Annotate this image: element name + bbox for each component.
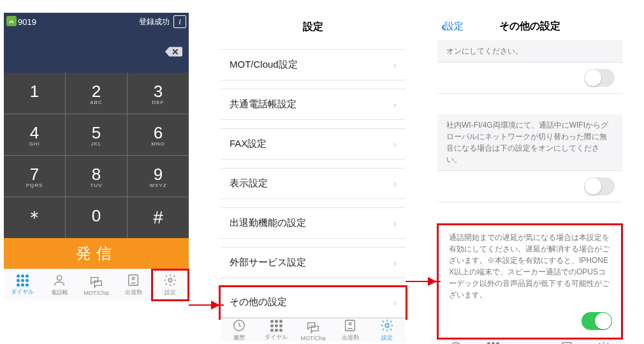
nav-other-settings: ‹設定 その他の設定 — [437, 13, 622, 40]
toggle-row-1 — [437, 62, 622, 94]
settings-list: MOT/Cloud設定› 共通電話帳設定› FAX設定› 表示設定› 出退勤機能… — [221, 49, 406, 318]
tab-dial[interactable]: ダイヤル — [474, 341, 511, 344]
call-button[interactable]: 発信 — [4, 238, 189, 269]
row-external-service[interactable]: 外部サービス設定› — [221, 248, 406, 278]
svg-rect-6 — [346, 320, 355, 331]
chevron-right-icon: › — [393, 138, 397, 149]
screen-settings: 設定 MOT/Cloud設定› 共通電話帳設定› FAX設定› 表示設定› 出退… — [221, 13, 406, 332]
toggle-3[interactable] — [582, 312, 612, 330]
screen-dialer: 9019 登録成功 i 1 2ABC 3DEF 4GHI 5JKL 6MNO 7… — [4, 13, 189, 332]
chat-icon — [306, 320, 320, 334]
svg-point-3 — [132, 277, 135, 280]
toggle-1[interactable] — [584, 69, 615, 87]
row-shared-phonebook[interactable]: 共通電話帳設定› — [221, 89, 406, 120]
dial-icon — [270, 320, 282, 332]
extension-number: 9019 — [18, 17, 36, 27]
row-other-settings[interactable]: その他の設定› — [221, 287, 406, 318]
key-4[interactable]: 4GHI — [4, 114, 65, 155]
tab-chat[interactable]: MOT/Cha — [295, 318, 332, 342]
svg-point-4 — [168, 278, 172, 282]
keypad: 1 2ABC 3DEF 4GHI 5JKL 6MNO 7PQRS 8TUV 9W… — [4, 73, 189, 238]
contacts-icon — [52, 273, 66, 287]
settings-title: 設定 — [221, 13, 406, 49]
attendance-icon — [560, 341, 574, 344]
key-7[interactable]: 7PQRS — [4, 156, 65, 197]
key-star[interactable]: ＊ — [4, 197, 65, 238]
key-6[interactable]: 6MNO — [128, 114, 189, 155]
key-1[interactable]: 1 — [4, 73, 65, 114]
tab-attendance[interactable]: 出退勤 — [332, 318, 369, 342]
dial-icon — [487, 342, 499, 345]
chevron-right-icon: › — [393, 257, 397, 268]
history-icon — [232, 318, 246, 333]
toggle-row-2 — [437, 170, 622, 202]
chevron-right-icon: › — [393, 218, 397, 228]
toggle-row-3 — [440, 306, 620, 336]
back-button[interactable]: ‹設定 — [441, 19, 464, 34]
row-motcloud[interactable]: MOT/Cloud設定› — [221, 50, 406, 80]
tab-history[interactable]: 履歴 — [221, 318, 258, 342]
tab-dial[interactable]: ダイヤル — [4, 269, 41, 301]
svg-rect-2 — [129, 275, 138, 286]
chevron-right-icon: › — [393, 178, 397, 189]
svg-point-7 — [349, 322, 351, 325]
tab-contacts[interactable]: 電話帳 — [41, 269, 78, 301]
attendance-icon — [343, 318, 357, 333]
key-8[interactable]: 8TUV — [66, 156, 127, 197]
dialer-top-area: 9019 登録成功 i — [4, 13, 189, 73]
backspace-button[interactable] — [4, 31, 189, 73]
tab-history[interactable]: 履歴 — [437, 341, 474, 344]
gear-icon — [380, 318, 394, 333]
row-attendance-settings[interactable]: 出退勤機能の設定› — [221, 208, 406, 239]
gear-icon — [597, 341, 611, 344]
flow-arrow-2 — [406, 281, 441, 282]
tabbar-other: 履歴 ダイヤル MOT/Cha 出退勤 設定 — [437, 340, 622, 344]
gear-icon — [163, 273, 177, 287]
tab-chat[interactable]: MOT/Cha — [511, 341, 548, 344]
attendance-icon — [126, 273, 140, 287]
tab-settings[interactable]: 設定 — [369, 318, 406, 342]
section-help-2: 社内WI-FI/4G両環境にて、通話中にWIFIからグローバルにネットワークが切… — [437, 114, 622, 170]
key-2[interactable]: 2ABC — [66, 73, 127, 114]
chat-icon — [89, 274, 103, 288]
other-settings-body: オンにしてください。 社内WI-FI/4G両環境にて、通話中にWIFIからグロー… — [437, 40, 622, 340]
screen-other-settings: ‹設定 その他の設定 オンにしてください。 社内WI-FI/4G両環境にて、通話… — [437, 13, 622, 332]
row-fax[interactable]: FAX設定› — [221, 129, 406, 160]
app-icon — [6, 16, 17, 28]
chat-icon — [523, 342, 537, 345]
svg-point-8 — [385, 324, 389, 327]
tabbar-dialer: ダイヤル 電話帳 MOT/Cha 出退勤 設定 — [4, 269, 189, 301]
other-settings-title: その他の設定 — [437, 20, 622, 33]
chevron-right-icon: › — [393, 59, 397, 70]
row-display[interactable]: 表示設定› — [221, 168, 406, 199]
chevron-right-icon: › — [393, 99, 397, 110]
history-icon — [449, 341, 463, 344]
highlighted-section: 通話開始までの遅延が気になる場合は本設定を有効にしてください。遅延が解消する場合… — [440, 227, 620, 336]
dial-icon — [17, 274, 29, 287]
tab-attendance[interactable]: 出退勤 — [115, 269, 152, 301]
key-5[interactable]: 5JKL — [66, 114, 127, 155]
key-0[interactable]: 0 — [66, 197, 127, 238]
chevron-right-icon: › — [393, 297, 397, 308]
tabbar-settings: 履歴 ダイヤル MOT/Cha 出退勤 設定 — [221, 318, 406, 342]
section-help-3: 通話開始までの遅延が気になる場合は本設定を有効にしてください。遅延が解消する場合… — [440, 227, 620, 306]
key-hash[interactable]: # — [128, 197, 189, 238]
section-help-1: オンにしてください。 — [437, 40, 622, 62]
status-line: 9019 登録成功 i — [4, 13, 189, 31]
key-9[interactable]: 9WXYZ — [128, 156, 189, 197]
tab-dial[interactable]: ダイヤル — [258, 318, 295, 342]
info-icon[interactable]: i — [173, 15, 186, 28]
register-status: 登録成功 — [139, 17, 170, 27]
flow-arrow-1 — [189, 304, 224, 306]
key-3[interactable]: 3DEF — [128, 73, 189, 114]
toggle-2[interactable] — [584, 177, 615, 195]
tab-chat[interactable]: MOT/Cha — [78, 269, 115, 301]
tab-settings[interactable]: 設定 — [585, 341, 622, 344]
tab-settings[interactable]: 設定 — [152, 269, 189, 301]
svg-point-1 — [57, 276, 61, 280]
tab-attendance[interactable]: 出退勤 — [548, 341, 585, 344]
